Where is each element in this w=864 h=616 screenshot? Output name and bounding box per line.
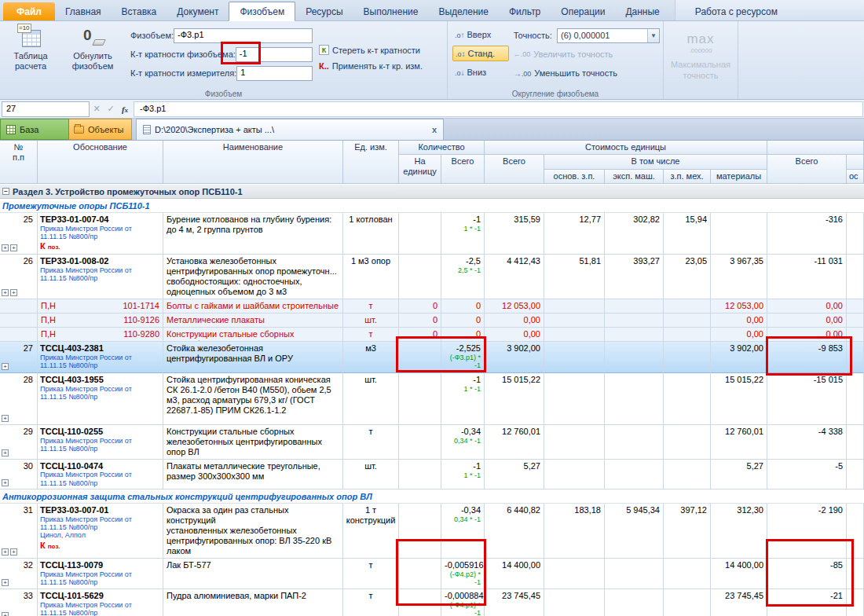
unit-cost-cell[interactable]: 6 440,82 (485, 504, 544, 559)
row-number-cell[interactable]: 33+ (0, 589, 38, 616)
erase-multiplier-button[interactable]: К Стереть к-т кратности (319, 45, 439, 55)
row-number-cell[interactable]: 26++ (0, 255, 38, 299)
work-name-cell[interactable]: Установка железобетонных центрифугирован… (163, 255, 343, 299)
total-cell[interactable]: -11 031 (767, 255, 847, 299)
zp-meh-cell[interactable] (664, 299, 711, 314)
round-std-button[interactable]: .o↕ Станд. (452, 46, 509, 61)
decrease-precision-button[interactable]: →.00 Уменьшить точность (514, 64, 660, 82)
unit-cost-cell[interactable]: 0,00 (485, 314, 544, 328)
qty-per-unit-cell[interactable]: 0 (399, 328, 441, 342)
obosnovanie-cell[interactable]: ТЕР33-03-007-01Приказ Минстроя России от… (38, 504, 163, 559)
osn-zp-cell[interactable]: 51,81 (544, 255, 605, 299)
materials-cell[interactable]: 5,27 (711, 460, 767, 490)
row-number-cell[interactable]: 27+ (0, 342, 38, 373)
round-down-button[interactable]: .o↓ Вниз (452, 64, 509, 80)
collapse-minus-icon[interactable]: − (2, 188, 9, 195)
exp-mash-cell[interactable] (605, 559, 664, 589)
zp-meh-cell[interactable]: 397,12 (664, 504, 711, 559)
exp-mash-cell[interactable] (605, 328, 664, 342)
exp-mash-cell[interactable]: 5 945,34 (605, 504, 664, 559)
qty-total-cell[interactable]: -0,340,34 * -1 (441, 504, 485, 559)
apply-multiplier-button[interactable]: К.. Применять к-т кр. изм. (319, 61, 439, 71)
expand-plus-icon[interactable]: + (2, 244, 9, 251)
qty-total-cell[interactable]: -2,52,5 * -1 (441, 255, 485, 299)
unit-cell[interactable]: 1 т конструкций (343, 504, 399, 559)
precision-dropdown[interactable]: (6) 0,000001 ▼ (557, 28, 660, 43)
qty-total-cell[interactable]: -0,340,34 * -1 (441, 425, 485, 460)
unit-cell[interactable]: шт. (343, 314, 399, 328)
ribbon-tab-5[interactable]: Ресурсы (295, 2, 353, 20)
qty-per-unit-cell[interactable] (399, 255, 441, 299)
expand-plus-icon[interactable]: + (10, 548, 17, 556)
zp-meh-cell[interactable] (664, 342, 711, 373)
unit-cell[interactable]: т (343, 425, 399, 460)
zp-meh-cell[interactable] (664, 314, 711, 328)
qty-per-unit-cell[interactable] (399, 559, 441, 589)
total-cell[interactable]: 0,00 (767, 299, 847, 314)
ribbon-tab-file[interactable]: Файл (3, 2, 55, 20)
unit-cost-cell[interactable]: 23 745,45 (485, 589, 544, 616)
osn-zp-cell[interactable] (544, 559, 605, 589)
qty-per-unit-cell[interactable] (399, 425, 441, 460)
ribbon-tab-7[interactable]: Выделение (428, 2, 499, 20)
estimate-row-29[interactable]: 29+ТССЦ-110-0255Приказ Минстроя России о… (0, 425, 864, 460)
work-name-cell[interactable]: Конструкции стальные сборных железобе… (163, 328, 343, 342)
row-number-cell[interactable]: 30+ (0, 460, 38, 490)
zp-meh-cell[interactable] (664, 559, 711, 589)
obosnovanie-cell[interactable]: ТССЦ-403-1955Приказ Минстроя России от 1… (38, 373, 163, 425)
work-name-cell[interactable]: Металлические плакаты (163, 314, 343, 328)
materials-cell[interactable]: 23 745,45 (711, 589, 767, 616)
expand-plus-icon[interactable]: + (2, 289, 9, 296)
formula-input[interactable]: -Ф3.p1 (134, 101, 863, 117)
exp-mash-cell[interactable]: 302,82 (605, 213, 664, 255)
qty-per-unit-cell[interactable]: 0 (399, 314, 441, 328)
total-cell[interactable]: -5 (767, 460, 847, 490)
materials-cell[interactable]: 3 967,35 (711, 255, 767, 299)
row-number-cell[interactable]: 25++ (0, 213, 38, 255)
obosnovanie-cell[interactable]: ТЕР33-01-008-02Приказ Минстроя России от… (38, 255, 163, 299)
materials-cell[interactable]: 0,00 (711, 328, 767, 342)
materials-cell[interactable]: 12 760,01 (711, 425, 767, 460)
unit-cost-cell[interactable]: 3 902,00 (485, 342, 544, 373)
osn-zp-cell[interactable] (544, 460, 605, 490)
osn-zp-cell[interactable] (544, 314, 605, 328)
name-box[interactable]: 27 (2, 101, 90, 117)
subsection-row[interactable]: Антикоррозионная защита стальных констру… (0, 490, 864, 504)
ribbon-tab-10[interactable]: Данные (615, 2, 669, 20)
expand-plus-icon[interactable]: + (2, 548, 9, 556)
work-name-cell[interactable]: Болты с гайками и шайбами строительные (163, 299, 343, 314)
estimate-row-25[interactable]: 25++ТЕР33-01-007-04Приказ Минстроя Росси… (0, 213, 864, 255)
estimate-row-33[interactable]: 33+ТССЦ-101-5629Приказ Минстроя России о… (0, 589, 864, 616)
work-name-cell[interactable]: Плакаты металлические треугольные, разме… (163, 460, 343, 490)
max-precision-button[interactable]: max .000000 Максимальная точность (664, 21, 738, 99)
zp-meh-cell[interactable]: 15,94 (664, 213, 711, 255)
zp-meh-cell[interactable] (664, 328, 711, 342)
calc-table-button[interactable]: =10 Таблица расчета (0, 21, 61, 99)
tab-base[interactable]: База (0, 119, 69, 140)
osn-zp-cell[interactable] (544, 425, 605, 460)
unit-cost-cell[interactable]: 5,27 (485, 460, 544, 490)
materials-cell[interactable]: 312,30 (711, 504, 767, 559)
work-name-cell[interactable]: Бурение котлованов на глубину бурения: д… (163, 213, 343, 255)
total-cell[interactable]: -4 338 (767, 425, 847, 460)
work-name-cell[interactable]: Стойка железобетонная центрифугированная… (163, 342, 343, 373)
accept-icon[interactable]: ✓ (104, 104, 118, 114)
zp-meh-cell[interactable] (664, 460, 711, 490)
exp-mash-cell[interactable] (605, 425, 664, 460)
materials-cell[interactable]: 3 902,00 (711, 342, 767, 373)
section-row[interactable]: −Раздел 3. Устройство промежуточных опор… (0, 185, 864, 199)
increase-precision-button[interactable]: ←.00 Увеличить точность (514, 46, 660, 63)
exp-mash-cell[interactable]: 393,27 (605, 255, 664, 299)
qty-per-unit-cell[interactable] (399, 589, 441, 616)
expand-plus-icon[interactable]: + (10, 289, 17, 296)
osn-zp-cell[interactable] (544, 589, 605, 616)
qty-per-unit-cell[interactable] (399, 373, 441, 425)
qty-per-unit-cell[interactable] (399, 213, 441, 255)
ribbon-tab-6[interactable]: Выполнение (353, 2, 429, 20)
qty-total-cell[interactable]: 0 (441, 328, 485, 342)
meter-multiplier-input[interactable]: 1 (236, 66, 313, 81)
round-up-button[interactable]: .o↑ Вверх (452, 27, 509, 42)
row-number-cell[interactable] (0, 299, 38, 314)
materials-cell[interactable]: 14 400,00 (711, 559, 767, 589)
zp-meh-cell[interactable] (664, 425, 711, 460)
